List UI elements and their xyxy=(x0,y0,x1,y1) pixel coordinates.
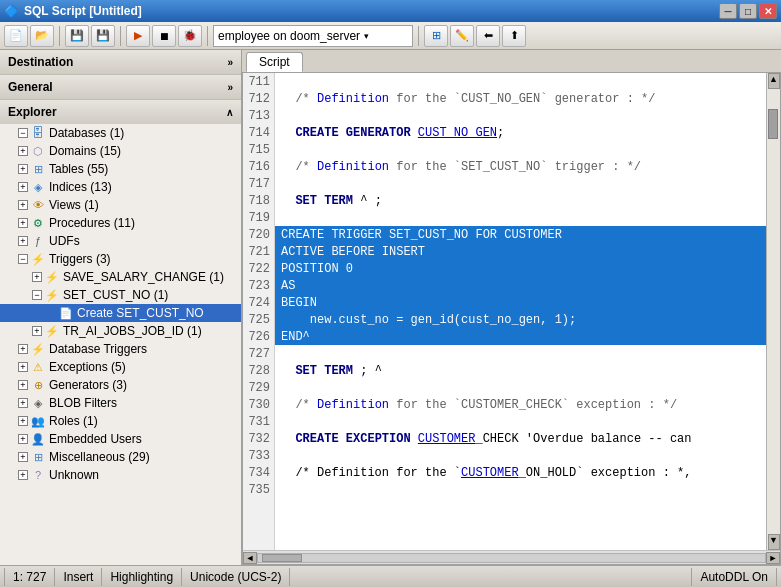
tree-item-domains[interactable]: +⬡Domains (15) xyxy=(0,142,241,160)
line-numbers: 7117127137147157167177187197207217227237… xyxy=(243,73,275,550)
tree-icon-create_set_cust_no: 📄 xyxy=(58,305,74,321)
expand-icon-procedures[interactable]: + xyxy=(18,218,28,228)
scroll-left-button[interactable]: ◄ xyxy=(243,552,257,564)
minimize-button[interactable]: ─ xyxy=(719,3,737,19)
tree-icon-udfs: ƒ xyxy=(30,233,46,249)
tree-item-indices[interactable]: +◈Indices (13) xyxy=(0,178,241,196)
tree-item-triggers[interactable]: −⚡Triggers (3) xyxy=(0,250,241,268)
expand-icon-set_cust_no[interactable]: − xyxy=(32,290,42,300)
tree-item-procedures[interactable]: +⚙Procedures (11) xyxy=(0,214,241,232)
code-line-734: /* Definition for the `CUSTOMER_ON_HOLD`… xyxy=(275,464,766,481)
tree-item-unknown[interactable]: +?Unknown xyxy=(0,466,241,484)
tree-item-blob_filters[interactable]: +◈BLOB Filters xyxy=(0,394,241,412)
maximize-button[interactable]: □ xyxy=(739,3,757,19)
expand-icon-tables[interactable]: + xyxy=(18,164,28,174)
tree-icon-miscellaneous: ⊞ xyxy=(30,449,46,465)
edit-button[interactable]: ✏️ xyxy=(450,25,474,47)
save-all-button[interactable]: 💾 xyxy=(91,25,115,47)
text-span xyxy=(281,194,295,208)
general-header[interactable]: General » xyxy=(0,75,241,99)
destination-header[interactable]: Destination » xyxy=(0,50,241,74)
script-tab[interactable]: Script xyxy=(246,52,303,72)
scroll-down-button[interactable]: ▼ xyxy=(768,534,780,550)
forward-button[interactable]: ⬆ xyxy=(502,25,526,47)
destination-label: Destination xyxy=(8,55,73,69)
tree-label-tables: Tables (55) xyxy=(49,162,108,176)
expand-icon-triggers[interactable]: − xyxy=(18,254,28,264)
stop-button[interactable]: ⏹ xyxy=(152,25,176,47)
expand-icon-domains[interactable]: + xyxy=(18,146,28,156)
expand-icon-roles[interactable]: + xyxy=(18,416,28,426)
code-line-719 xyxy=(275,209,766,226)
run-button[interactable]: ▶ xyxy=(126,25,150,47)
tree-item-udfs[interactable]: +ƒUDFs xyxy=(0,232,241,250)
expand-icon-generators[interactable]: + xyxy=(18,380,28,390)
connection-dropdown[interactable]: employee on doom_server ▾ xyxy=(213,25,413,47)
code-line-735 xyxy=(275,481,766,498)
code-line-728: SET TERM ; ^ xyxy=(275,362,766,379)
tree-item-miscellaneous[interactable]: +⊞Miscellaneous (29) xyxy=(0,448,241,466)
expand-icon-miscellaneous[interactable]: + xyxy=(18,452,28,462)
expand-icon-save_salary[interactable]: + xyxy=(32,272,42,282)
explorer-header[interactable]: Explorer ∧ xyxy=(0,100,241,124)
tree-item-exceptions[interactable]: +⚠Exceptions (5) xyxy=(0,358,241,376)
tree-item-tables[interactable]: +⊞Tables (55) xyxy=(0,160,241,178)
expand-icon-indices[interactable]: + xyxy=(18,182,28,192)
expand-icon-tr_ai_jobs[interactable]: + xyxy=(32,326,42,336)
open-button[interactable]: 📂 xyxy=(30,25,54,47)
debug-button[interactable]: 🐞 xyxy=(178,25,202,47)
expand-icon-exceptions[interactable]: + xyxy=(18,362,28,372)
expand-icon-views[interactable]: + xyxy=(18,200,28,210)
back-button[interactable]: ⬅ xyxy=(476,25,500,47)
code-line-726: END^ xyxy=(275,328,766,345)
tree-icon-roles: 👥 xyxy=(30,413,46,429)
main-layout: Destination » General » Explorer ∧ −🗄Dat… xyxy=(0,50,781,565)
line-num-712: 712 xyxy=(243,90,274,107)
identifier-span: CUST_NO_GEN xyxy=(418,126,497,140)
tree-item-db_triggers[interactable]: +⚡Database Triggers xyxy=(0,340,241,358)
tree-item-roles[interactable]: +👥Roles (1) xyxy=(0,412,241,430)
line-num-713: 713 xyxy=(243,107,274,124)
text-span xyxy=(281,364,295,378)
expand-icon-blob_filters[interactable]: + xyxy=(18,398,28,408)
grid-button[interactable]: ⊞ xyxy=(424,25,448,47)
tree-item-generators[interactable]: +⊕Generators (3) xyxy=(0,376,241,394)
tree-item-views[interactable]: +👁Views (1) xyxy=(0,196,241,214)
expand-icon-embedded_users[interactable]: + xyxy=(18,434,28,444)
code-line-729 xyxy=(275,379,766,396)
scroll-thumb[interactable] xyxy=(768,109,778,139)
highlighting-status: Highlighting xyxy=(102,568,182,586)
title-bar: 🔷 SQL Script [Untitled] ─ □ ✕ xyxy=(0,0,781,22)
tree-item-set_cust_no[interactable]: −⚡SET_CUST_NO (1) xyxy=(0,286,241,304)
tree-item-create_set_cust_no[interactable]: 📄Create SET_CUST_NO xyxy=(0,304,241,322)
code-content[interactable]: /* Definition for the `CUST_NO_GEN` gene… xyxy=(275,73,766,550)
tree-icon-domains: ⬡ xyxy=(30,143,46,159)
close-button[interactable]: ✕ xyxy=(759,3,777,19)
scroll-up-button[interactable]: ▲ xyxy=(768,73,780,89)
line-num-723: 723 xyxy=(243,277,274,294)
window-controls[interactable]: ─ □ ✕ xyxy=(719,3,777,19)
expand-icon-unknown[interactable]: + xyxy=(18,470,28,480)
toolbar: 📄 📂 💾 💾 ▶ ⏹ 🐞 employee on doom_server ▾ … xyxy=(0,22,781,50)
separator-1 xyxy=(59,26,60,46)
save-button[interactable]: 💾 xyxy=(65,25,89,47)
expand-icon-databases[interactable]: − xyxy=(18,128,28,138)
vertical-scrollbar[interactable]: ▲ ▼ xyxy=(766,73,780,550)
tree-label-views: Views (1) xyxy=(49,198,99,212)
tree-item-embedded_users[interactable]: +👤Embedded Users xyxy=(0,430,241,448)
expand-icon-udfs[interactable]: + xyxy=(18,236,28,246)
tree-item-save_salary[interactable]: +⚡SAVE_SALARY_CHANGE (1) xyxy=(0,268,241,286)
code-line-713 xyxy=(275,107,766,124)
new-button[interactable]: 📄 xyxy=(4,25,28,47)
code-line-733 xyxy=(275,447,766,464)
tree-item-tr_ai_jobs[interactable]: +⚡TR_AI_JOBS_JOB_ID (1) xyxy=(0,322,241,340)
horizontal-scrollbar[interactable]: ◄ ► xyxy=(243,550,780,564)
code-line-715 xyxy=(275,141,766,158)
tree-item-databases[interactable]: −🗄Databases (1) xyxy=(0,124,241,142)
line-num-717: 717 xyxy=(243,175,274,192)
scroll-right-button[interactable]: ► xyxy=(766,552,780,564)
comment-span: /* xyxy=(281,92,317,106)
tree-icon-set_cust_no: ⚡ xyxy=(44,287,60,303)
h-scroll-thumb[interactable] xyxy=(262,554,302,562)
expand-icon-db_triggers[interactable]: + xyxy=(18,344,28,354)
